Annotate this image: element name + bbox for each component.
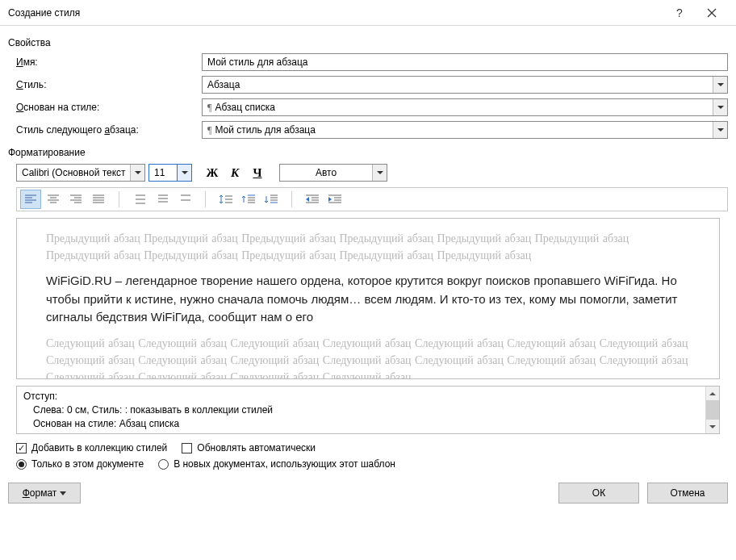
font-color-combo[interactable]: Авто xyxy=(279,164,387,182)
italic-button[interactable]: К xyxy=(224,163,245,182)
font-combo[interactable]: Calibri (Основной текст xyxy=(16,164,145,182)
chevron-down-icon xyxy=(135,171,141,174)
separator xyxy=(205,191,206,207)
name-label: Имя: xyxy=(16,56,202,68)
separator xyxy=(119,191,119,207)
desc-line1: Отступ: xyxy=(23,390,699,403)
chevron-down-icon xyxy=(377,171,383,174)
spacing-1-button[interactable] xyxy=(129,190,150,209)
pilcrow-icon: ¶ xyxy=(207,124,211,136)
next-style-combo-button[interactable] xyxy=(713,122,727,138)
next-style-label: Стиль следующего абзаца: xyxy=(16,124,202,136)
window-title: Создание стиля xyxy=(8,7,663,19)
description-scrollbar[interactable] xyxy=(705,387,719,433)
close-icon xyxy=(707,8,717,18)
align-justify-button[interactable] xyxy=(88,190,109,209)
preview-pane: Предыдущий абзац Предыдущий абзац Предыд… xyxy=(16,218,720,379)
chevron-down-icon xyxy=(717,106,724,109)
underline-button[interactable]: Ч xyxy=(247,163,268,182)
chevron-down-icon xyxy=(709,425,716,428)
cancel-button[interactable]: Отмена xyxy=(647,483,728,504)
align-center-button[interactable] xyxy=(43,190,64,209)
align-right-button[interactable] xyxy=(65,190,86,209)
desc-line3: Основан на стиле: Абзац списка xyxy=(23,417,699,431)
based-on-combo-button[interactable] xyxy=(713,99,727,115)
font-size-combo[interactable]: 11 xyxy=(148,164,192,182)
preview-sample: WiFiGiD.RU – легендарное творение нашего… xyxy=(46,272,690,327)
scroll-thumb[interactable] xyxy=(706,400,719,420)
format-menu-button[interactable]: Формат xyxy=(8,483,81,504)
bold-button[interactable]: Ж xyxy=(202,163,223,182)
font-color-button[interactable] xyxy=(372,165,387,181)
separator xyxy=(291,191,292,207)
based-on-combo-value: ¶Абзац списка xyxy=(203,102,713,114)
spacing-15-button[interactable] xyxy=(152,190,173,209)
spacing-2-button[interactable] xyxy=(174,190,195,209)
properties-label: Свойства xyxy=(8,37,728,48)
chevron-down-icon xyxy=(182,171,188,174)
desc-line2: Слева: 0 см, Стиль: : показывать в колле… xyxy=(23,403,699,417)
space-after-button[interactable] xyxy=(261,190,282,209)
style-label: Стиль: xyxy=(16,79,202,90)
increase-indent-button[interactable] xyxy=(324,190,345,209)
help-button[interactable]: ? xyxy=(663,0,696,26)
next-style-combo-value: ¶Мой стиль для абзаца xyxy=(203,124,713,136)
scroll-up-button[interactable] xyxy=(706,387,719,400)
style-combo-value: Абзаца xyxy=(203,79,713,90)
name-input[interactable] xyxy=(202,53,728,71)
font-size-value: 11 xyxy=(149,167,177,178)
only-this-document-radio[interactable]: Только в этом документе xyxy=(16,458,144,470)
align-left-button[interactable] xyxy=(20,190,41,209)
auto-update-checkbox[interactable]: Обновлять автоматически xyxy=(182,442,316,453)
new-documents-label: В новых документах, использующих этот ша… xyxy=(174,458,395,470)
dropdown-arrow-icon xyxy=(60,491,66,495)
decrease-indent-button[interactable] xyxy=(302,190,323,209)
style-combo-button[interactable] xyxy=(713,77,727,93)
based-on-label: Основан на стиле: xyxy=(16,102,202,113)
add-to-collection-checkbox[interactable]: ✓ Добавить в коллекцию стилей xyxy=(16,442,167,453)
radio-unchecked-icon xyxy=(158,459,169,470)
titlebar: Создание стиля ? xyxy=(0,0,736,26)
pilcrow-icon: ¶ xyxy=(207,102,211,114)
close-button[interactable] xyxy=(696,0,728,26)
paragraph-toolbar xyxy=(16,187,728,211)
line-spacing-button[interactable] xyxy=(215,190,236,209)
font-combo-value: Calibri (Основной текст xyxy=(17,167,130,178)
scroll-down-button[interactable] xyxy=(706,420,719,433)
checkbox-checked-icon: ✓ xyxy=(16,443,27,453)
chevron-down-icon xyxy=(717,83,724,86)
font-color-value: Авто xyxy=(280,167,372,178)
ok-button[interactable]: ОК xyxy=(558,483,639,504)
description-box: Отступ: Слева: 0 см, Стиль: : показывать… xyxy=(16,386,720,434)
preview-next: Следующий абзац Следующий абзац Следующи… xyxy=(46,335,690,380)
style-combo[interactable]: Абзаца xyxy=(202,76,728,94)
preview-previous: Предыдущий абзац Предыдущий абзац Предыд… xyxy=(46,230,690,264)
font-size-button[interactable] xyxy=(177,165,191,181)
auto-update-label: Обновлять автоматически xyxy=(197,442,316,453)
chevron-up-icon xyxy=(709,392,716,395)
only-this-document-label: Только в этом документе xyxy=(31,458,144,470)
new-documents-radio[interactable]: В новых документах, использующих этот ша… xyxy=(158,458,395,470)
radio-checked-icon xyxy=(16,459,27,470)
based-on-combo[interactable]: ¶Абзац списка xyxy=(202,98,728,116)
formatting-label: Форматирование xyxy=(8,147,728,158)
space-before-button[interactable] xyxy=(238,190,259,209)
add-to-collection-label: Добавить в коллекцию стилей xyxy=(31,442,167,453)
font-combo-button[interactable] xyxy=(130,165,144,181)
checkbox-unchecked-icon xyxy=(182,443,192,453)
chevron-down-icon xyxy=(717,128,724,132)
next-style-combo[interactable]: ¶Мой стиль для абзаца xyxy=(202,121,728,139)
